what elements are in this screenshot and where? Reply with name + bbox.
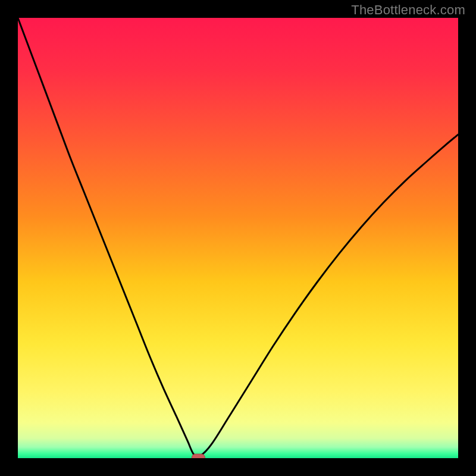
watermark-text: TheBottleneck.com bbox=[351, 2, 465, 18]
optimum-marker bbox=[192, 454, 205, 461]
bottleneck-chart bbox=[0, 0, 476, 476]
gradient-background bbox=[18, 18, 458, 458]
chart-frame: TheBottleneck.com bbox=[0, 0, 476, 476]
